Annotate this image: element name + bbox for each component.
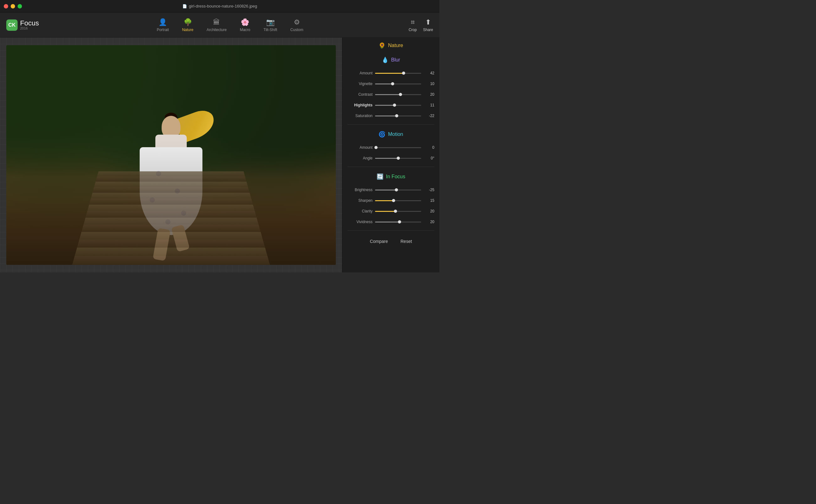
blur-saturation-thumb[interactable] (395, 114, 398, 117)
canvas-area[interactable] (0, 38, 342, 272)
mode-architecture-label: Architecture (207, 28, 227, 32)
blur-contrast-value: 20 (424, 92, 434, 97)
app-year: 2016 (20, 27, 39, 30)
infocus-brightness-row: Brightness -25 (347, 185, 434, 195)
app-logo: CK Focus 2016 (6, 19, 39, 31)
nature-panel-label: Nature (388, 43, 403, 48)
infocus-brightness-fill (375, 190, 396, 190)
blur-highlights-slider[interactable] (375, 105, 421, 106)
infocus-brightness-label: Brightness (347, 188, 373, 192)
window-controls (4, 4, 22, 8)
blur-vignette-row: Vignette 10 (347, 78, 434, 89)
infocus-icon: 🔄 (377, 173, 384, 180)
panel-blur-header: 💧 Blur (342, 52, 439, 67)
blur-saturation-value: -22 (424, 114, 434, 118)
nature-icon: 🌳 (184, 18, 192, 26)
blur-amount-fill (375, 73, 404, 74)
file-icon: 📄 (182, 4, 187, 8)
mode-macro-label: Macro (240, 28, 250, 32)
divider-1 (347, 124, 434, 125)
motion-angle-fill (375, 158, 398, 159)
motion-amount-slider[interactable] (375, 147, 421, 148)
mode-nature[interactable]: 🌳 Nature (177, 16, 198, 34)
logo-icon: CK (6, 19, 18, 31)
figure-leg-left (153, 228, 171, 261)
blur-contrast-fill (375, 94, 400, 95)
architecture-icon: 🏛 (213, 18, 220, 26)
crop-button[interactable]: ⌗ Crop (409, 18, 417, 32)
blur-highlights-thumb[interactable] (393, 104, 396, 107)
compare-button[interactable]: Compare (370, 239, 388, 244)
infocus-clarity-slider[interactable] (375, 211, 421, 212)
infocus-controls: Brightness -25 Sharpen 15 Clarity (342, 183, 439, 228)
mode-custom[interactable]: ⚙ Custom (285, 16, 308, 34)
blur-highlights-fill (375, 105, 395, 106)
blur-contrast-label: Contrast (347, 92, 373, 97)
motion-angle-thumb[interactable] (397, 157, 400, 160)
photo-figure (111, 56, 231, 260)
macro-icon: 🌸 (241, 18, 249, 26)
motion-amount-label: Amount (347, 145, 373, 150)
app-name: Focus (20, 20, 39, 27)
toolbar-actions: ⌗ Crop ⬆ Share (409, 18, 433, 32)
share-button[interactable]: ⬆ Share (423, 18, 433, 32)
motion-angle-value: 0° (424, 156, 434, 160)
blur-amount-slider[interactable] (375, 73, 421, 74)
maximize-button[interactable] (18, 4, 22, 8)
blur-vignette-slider[interactable] (375, 83, 421, 84)
blur-highlights-row: Highlights 11 (347, 100, 434, 110)
main-content: 🌻 Nature 💧 Blur Amount 42 Vignette (0, 38, 439, 272)
motion-angle-slider[interactable] (375, 158, 421, 159)
mode-architecture[interactable]: 🏛 Architecture (201, 16, 232, 34)
infocus-clarity-fill (375, 211, 395, 212)
blur-vignette-fill (375, 83, 393, 84)
motion-controls: Amount 0 Angle 0° (342, 141, 439, 165)
infocus-clarity-thumb[interactable] (394, 210, 397, 213)
infocus-vividness-slider[interactable] (375, 222, 421, 223)
reset-button[interactable]: Reset (400, 239, 412, 244)
blur-saturation-row: Saturation -22 (347, 110, 434, 121)
blur-contrast-slider[interactable] (375, 94, 421, 95)
panel-infocus-header: 🔄 In Focus (342, 169, 439, 183)
mode-portrait-label: Portrait (157, 28, 169, 32)
infocus-sharpen-slider[interactable] (375, 200, 421, 201)
blur-contrast-row: Contrast 20 (347, 89, 434, 100)
mode-tiltshift-label: Tilt-Shift (264, 28, 277, 32)
crop-icon: ⌗ (411, 18, 415, 26)
window-title: 📄 girl-dress-bounce-nature-160826.jpeg (182, 4, 257, 8)
infocus-sharpen-value: 15 (424, 198, 434, 203)
motion-amount-value: 0 (424, 145, 434, 150)
blur-amount-thumb[interactable] (402, 72, 405, 75)
figure-dress (140, 147, 202, 235)
blur-amount-row: Amount 42 (347, 68, 434, 78)
blur-label: Blur (391, 57, 400, 63)
blur-vignette-label: Vignette (347, 82, 373, 86)
close-button[interactable] (4, 4, 8, 8)
infocus-vividness-fill (375, 222, 400, 223)
figure-leg-right (171, 224, 190, 252)
blur-saturation-slider[interactable] (375, 115, 421, 116)
infocus-vividness-thumb[interactable] (398, 220, 401, 223)
motion-amount-thumb[interactable] (374, 146, 378, 149)
infocus-sharpen-row: Sharpen 15 (347, 195, 434, 206)
infocus-brightness-slider[interactable] (375, 190, 421, 190)
blur-saturation-fill (375, 115, 397, 116)
infocus-brightness-thumb[interactable] (395, 188, 398, 191)
infocus-sharpen-thumb[interactable] (392, 199, 395, 202)
blur-highlights-label: Highlights (347, 103, 373, 107)
mode-portrait[interactable]: 👤 Portrait (152, 16, 174, 34)
mode-tiltshift[interactable]: 📷 Tilt-Shift (259, 16, 282, 34)
motion-angle-label: Angle (347, 156, 373, 160)
titlebar: 📄 girl-dress-bounce-nature-160826.jpeg (0, 0, 439, 13)
infocus-label: In Focus (386, 174, 405, 180)
infocus-sharpen-fill (375, 200, 394, 201)
minimize-button[interactable] (11, 4, 15, 8)
blur-amount-value: 42 (424, 71, 434, 75)
blur-contrast-thumb[interactable] (399, 93, 402, 96)
photo-container (6, 45, 336, 265)
logo-text: Focus 2016 (20, 20, 39, 30)
divider-2 (347, 167, 434, 167)
blur-vignette-thumb[interactable] (391, 82, 394, 85)
motion-label: Motion (388, 131, 403, 137)
mode-macro[interactable]: 🌸 Macro (235, 16, 255, 34)
